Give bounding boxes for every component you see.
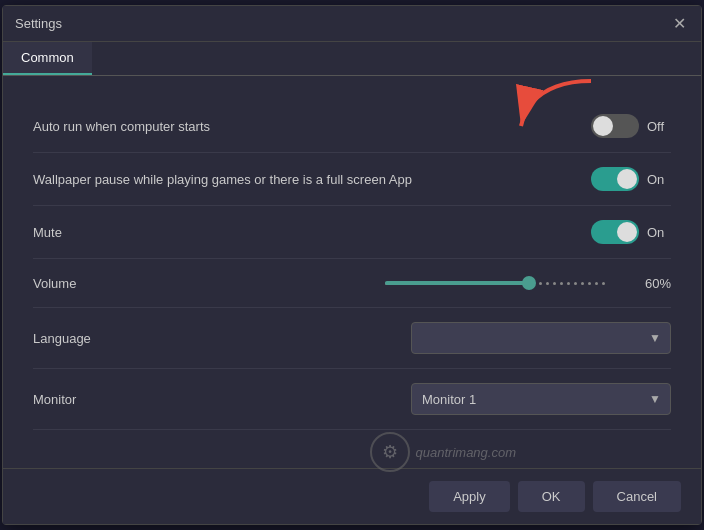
mute-toggle[interactable] <box>591 220 639 244</box>
mute-knob <box>617 222 637 242</box>
language-label: Language <box>33 331 91 346</box>
apply-button[interactable]: Apply <box>429 481 510 512</box>
volume-value: 60% <box>635 276 671 291</box>
slider-thumb[interactable] <box>522 276 536 290</box>
mute-label: Mute <box>33 225 62 240</box>
monitor-row: Monitor Monitor 1 ▼ <box>33 369 671 430</box>
mute-state: On <box>647 225 671 240</box>
language-select-container: ▼ <box>411 322 671 354</box>
monitor-select[interactable]: Monitor 1 <box>411 383 671 415</box>
volume-row: Volume <box>33 259 671 308</box>
volume-slider[interactable] <box>385 273 625 293</box>
volume-slider-container: 60% <box>385 273 671 293</box>
wallpaper-pause-row: Wallpaper pause while playing games or t… <box>33 153 671 206</box>
title-bar: Settings ✕ <box>3 6 701 42</box>
watermark-text: quantrimang.com <box>416 445 516 460</box>
slider-fill <box>385 281 529 285</box>
language-row: Language ▼ <box>33 308 671 369</box>
settings-window: Settings ✕ Common Auto run when computer… <box>2 5 702 525</box>
language-select[interactable] <box>411 322 671 354</box>
auto-run-knob <box>593 116 613 136</box>
close-button[interactable]: ✕ <box>669 14 689 34</box>
monitor-select-container: Monitor 1 ▼ <box>411 383 671 415</box>
window-title: Settings <box>15 16 62 31</box>
dot <box>588 282 591 285</box>
watermark: ⚙ quantrimang.com <box>370 432 516 472</box>
dot <box>574 282 577 285</box>
cancel-button[interactable]: Cancel <box>593 481 681 512</box>
dot <box>595 282 598 285</box>
auto-run-row: Auto run when computer starts Off <box>33 100 671 153</box>
dot <box>560 282 563 285</box>
dot <box>567 282 570 285</box>
wallpaper-pause-toggle[interactable] <box>591 167 639 191</box>
tab-common[interactable]: Common <box>3 42 92 75</box>
volume-label: Volume <box>33 276 76 291</box>
footer: Apply OK Cancel <box>3 468 701 524</box>
auto-run-toggle-container: Off <box>591 114 671 138</box>
dot <box>602 282 605 285</box>
wallpaper-pause-knob <box>617 169 637 189</box>
dot <box>581 282 584 285</box>
tab-bar: Common <box>3 42 701 76</box>
watermark-icon: ⚙ <box>370 432 410 472</box>
dot <box>553 282 556 285</box>
wallpaper-pause-label: Wallpaper pause while playing games or t… <box>33 172 412 187</box>
mute-row: Mute On <box>33 206 671 259</box>
auto-run-toggle[interactable] <box>591 114 639 138</box>
settings-content: Auto run when computer starts Off Wallpa… <box>3 76 701 468</box>
auto-run-state: Off <box>647 119 671 134</box>
monitor-label: Monitor <box>33 392 76 407</box>
ok-button[interactable]: OK <box>518 481 585 512</box>
dot <box>546 282 549 285</box>
mute-toggle-container: On <box>591 220 671 244</box>
auto-run-label: Auto run when computer starts <box>33 119 210 134</box>
wallpaper-pause-state: On <box>647 172 671 187</box>
dot <box>539 282 542 285</box>
wallpaper-pause-toggle-container: On <box>591 167 671 191</box>
